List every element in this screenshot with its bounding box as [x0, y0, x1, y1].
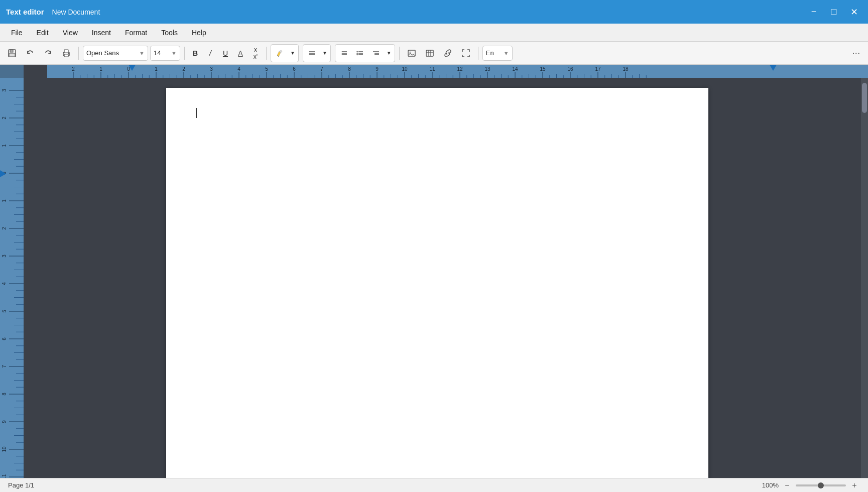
svg-rect-28 [426, 50, 433, 56]
menu-tools[interactable]: Tools [154, 27, 185, 39]
document-page[interactable] [166, 88, 708, 478]
insert-link-button[interactable] [440, 46, 456, 61]
insert-image-button[interactable] [404, 46, 420, 61]
highlight-button[interactable] [272, 46, 287, 61]
list-button[interactable] [336, 46, 351, 61]
font-size-label: 14 [154, 49, 169, 57]
minimize-button[interactable]: − [806, 4, 822, 20]
language-label: En [486, 49, 502, 57]
ruler-canvas [47, 65, 868, 78]
highlight-dropdown[interactable]: ▼ [288, 46, 297, 61]
svg-rect-4 [64, 50, 68, 53]
align-button[interactable] [304, 46, 319, 61]
menu-edit[interactable]: Edit [30, 27, 56, 39]
font-family-label: Open Sans [86, 49, 137, 57]
zoom-slider[interactable] [796, 484, 846, 486]
svg-point-18 [356, 52, 357, 53]
menu-help[interactable]: Help [185, 27, 213, 39]
app-title: Text editor [6, 8, 44, 16]
list-indent-button[interactable] [368, 46, 384, 61]
language-select[interactable]: En ▼ [482, 46, 513, 61]
font-size-dropdown-icon: ▼ [171, 50, 177, 56]
menu-bar: File Edit View Insent Format Tools Help [0, 24, 868, 42]
vertical-indent-marker[interactable] [0, 170, 6, 177]
svg-point-27 [409, 51, 411, 53]
redo-button[interactable] [40, 46, 56, 61]
zoom-out-button[interactable]: − [782, 480, 793, 491]
separator-4 [399, 47, 400, 60]
more-options-button[interactable]: ··· [849, 46, 864, 61]
text-cursor-area[interactable] [196, 108, 678, 118]
strikethrough-button[interactable]: A [234, 47, 247, 60]
vertical-ruler-canvas [0, 78, 24, 478]
separator-3 [266, 47, 267, 60]
svg-rect-5 [64, 54, 68, 57]
undo-button[interactable] [22, 46, 38, 61]
language-dropdown-icon: ▼ [504, 50, 509, 56]
highlight-group: ▼ [271, 44, 299, 62]
list-style-button[interactable] [352, 46, 367, 61]
document-title: New Document [52, 8, 100, 16]
menu-insent[interactable]: Insent [85, 27, 118, 39]
maximize-button[interactable]: □ [826, 4, 842, 20]
ruler-corner [0, 65, 24, 78]
title-bar-controls: − □ ✕ [806, 4, 862, 20]
right-indent-marker[interactable] [770, 65, 777, 71]
svg-point-19 [356, 54, 357, 55]
zoom-slider-thumb[interactable] [818, 482, 824, 488]
list-group: ▼ [335, 44, 395, 62]
super-sub-button[interactable]: x x' [249, 47, 262, 60]
insert-table-button[interactable] [422, 46, 438, 61]
svg-rect-1 [10, 50, 13, 52]
separator-2 [184, 47, 185, 60]
horizontal-ruler [47, 65, 868, 78]
ruler-container [0, 65, 868, 78]
underline-button[interactable]: U [219, 47, 232, 60]
scrollbar-thumb[interactable] [862, 83, 867, 113]
align-group: ▼ [303, 44, 331, 62]
svg-rect-2 [9, 53, 15, 57]
font-family-select[interactable]: Open Sans ▼ [83, 46, 148, 61]
svg-point-17 [356, 51, 357, 52]
italic-button[interactable]: / [204, 47, 217, 60]
title-bar: Text editor New Document − □ ✕ [0, 0, 868, 24]
left-indent-marker[interactable] [129, 65, 136, 71]
zoom-level: 100% [762, 481, 779, 489]
text-cursor [196, 108, 197, 118]
svg-rect-26 [408, 50, 415, 56]
page-info: Page 1/1 [8, 481, 34, 489]
zoom-in-button[interactable]: + [849, 480, 860, 491]
vertical-ruler [0, 78, 24, 478]
separator-1 [78, 47, 79, 60]
right-scrollbar[interactable] [861, 78, 868, 478]
print-button[interactable] [58, 46, 74, 61]
menu-format[interactable]: Format [118, 27, 154, 39]
toolbar: Open Sans ▼ 14 ▼ B / U A x x' ▼ ▼ [0, 42, 868, 65]
menu-view[interactable]: View [56, 27, 85, 39]
align-dropdown[interactable]: ▼ [320, 46, 329, 61]
menu-file[interactable]: File [4, 27, 30, 39]
font-size-select[interactable]: 14 ▼ [150, 46, 180, 61]
save-button[interactable] [4, 46, 20, 61]
font-family-dropdown-icon: ▼ [139, 50, 145, 56]
document-area[interactable] [24, 78, 861, 478]
zoom-controls: 100% − + [762, 480, 860, 491]
close-button[interactable]: ✕ [846, 4, 862, 20]
main-area [0, 78, 868, 478]
svg-point-6 [68, 53, 69, 54]
status-bar: Page 1/1 100% − + [0, 478, 868, 492]
fullscreen-button[interactable] [458, 46, 474, 61]
bold-button[interactable]: B [189, 47, 202, 60]
separator-5 [478, 47, 478, 60]
list-dropdown[interactable]: ▼ [385, 46, 394, 61]
title-bar-left: Text editor New Document [6, 8, 100, 16]
